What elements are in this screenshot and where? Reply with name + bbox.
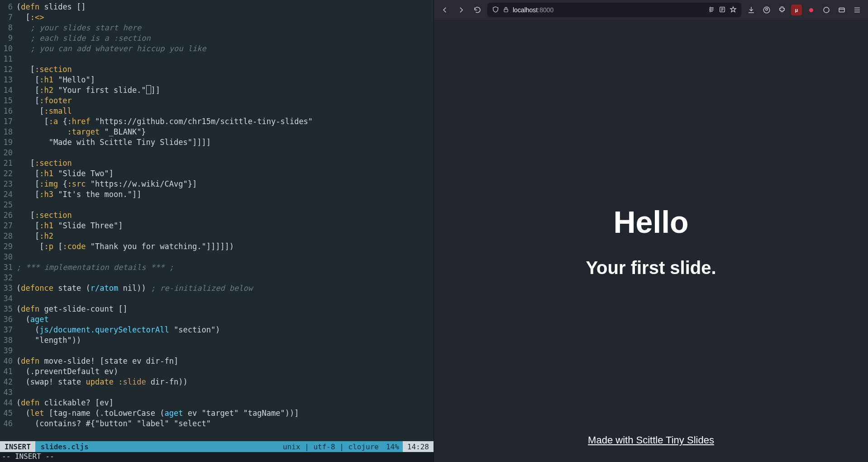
code-line[interactable]: 37 (js/document.querySelectorAll "sectio… bbox=[0, 325, 434, 335]
code-line[interactable]: 41 (.preventDefault ev) bbox=[0, 366, 434, 377]
code-text[interactable]: [:h1 "Slide Two"] bbox=[16, 168, 434, 179]
addon-circle-icon[interactable] bbox=[820, 4, 833, 16]
code-line[interactable]: 43 bbox=[0, 387, 434, 398]
url-bar[interactable]: localhost:8000 bbox=[487, 3, 741, 17]
code-text[interactable] bbox=[16, 273, 434, 283]
code-line[interactable]: 18 :target "_BLANK"} bbox=[0, 127, 434, 137]
code-line[interactable]: 42 (swap! state update :slide dir-fn)) bbox=[0, 377, 434, 387]
code-line[interactable]: 7 [:<> bbox=[0, 12, 434, 23]
code-text[interactable]: (defn clickable? [ev] bbox=[16, 398, 434, 408]
page-actions-icon[interactable] bbox=[719, 6, 726, 14]
code-line[interactable]: 33(defonce state (r/atom nil)) ; re-init… bbox=[0, 283, 434, 294]
code-text[interactable]: (js/document.querySelectorAll "section") bbox=[16, 325, 434, 335]
code-line[interactable]: 38 "length")) bbox=[0, 335, 434, 346]
code-line[interactable]: 44(defn clickable? [ev] bbox=[0, 398, 434, 408]
code-line[interactable]: 35(defn get-slide-count [] bbox=[0, 304, 434, 314]
code-line[interactable]: 9 ; each slide is a :section bbox=[0, 33, 434, 43]
code-text[interactable]: [:footer bbox=[16, 96, 434, 106]
container-icon[interactable] bbox=[835, 4, 848, 16]
code-line[interactable]: 17 [:a {:href "https://github.com/chr15m… bbox=[0, 116, 434, 127]
code-text[interactable]: (defn get-slide-count [] bbox=[16, 304, 434, 314]
code-text[interactable] bbox=[16, 387, 434, 398]
code-line[interactable]: 28 [:h2 bbox=[0, 231, 434, 241]
code-area[interactable]: 6(defn slides []7 [:<>8 ; your slides st… bbox=[0, 0, 434, 441]
code-text[interactable]: [:h1 "Slide Three"] bbox=[16, 221, 434, 231]
code-text[interactable]: (contains? #{"button" "label" "select" bbox=[16, 419, 434, 429]
code-line[interactable]: 24 [:h3 "It's the moon."]] bbox=[0, 189, 434, 200]
code-text[interactable] bbox=[16, 200, 434, 210]
code-line[interactable]: 45 (let [tag-name (.toLowerCase (aget ev… bbox=[0, 408, 434, 419]
back-icon[interactable] bbox=[439, 4, 451, 16]
code-line[interactable]: 23 [:img {:src "https://w.wiki/CAvg"}] bbox=[0, 179, 434, 189]
code-line[interactable]: 12 [:section bbox=[0, 64, 434, 75]
account-icon[interactable] bbox=[760, 4, 773, 16]
code-text[interactable]: (swap! state update :slide dir-fn)) bbox=[16, 377, 434, 387]
code-text[interactable] bbox=[16, 148, 434, 158]
code-text[interactable]: (let [tag-name (.toLowerCase (aget ev "t… bbox=[16, 408, 434, 419]
code-text[interactable]: [:small bbox=[16, 106, 434, 116]
code-line[interactable]: 31; *** implementation details *** ; bbox=[0, 262, 434, 273]
code-text[interactable]: (defn slides [] bbox=[16, 2, 434, 12]
code-text[interactable]: (aget bbox=[16, 314, 434, 325]
code-text[interactable]: [:a {:href "https://github.com/chr15m/sc… bbox=[16, 116, 434, 127]
code-line[interactable]: 20 bbox=[0, 148, 434, 158]
forward-icon[interactable] bbox=[455, 4, 467, 16]
code-line[interactable]: 46 (contains? #{"button" "label" "select… bbox=[0, 419, 434, 429]
code-line[interactable]: 30 bbox=[0, 252, 434, 262]
code-line[interactable]: 10 ; you can add whatever hiccup you lik… bbox=[0, 43, 434, 54]
code-line[interactable]: 36 (aget bbox=[0, 314, 434, 325]
code-text[interactable] bbox=[16, 346, 434, 356]
code-line[interactable]: 6(defn slides [] bbox=[0, 2, 434, 12]
code-line[interactable]: 22 [:h1 "Slide Two"] bbox=[0, 168, 434, 179]
reader-mode-icon[interactable] bbox=[708, 6, 715, 14]
code-line[interactable]: 32 bbox=[0, 273, 434, 283]
code-text[interactable]: ; *** implementation details *** ; bbox=[16, 262, 434, 273]
bookmark-icon[interactable] bbox=[730, 6, 737, 14]
code-text[interactable]: ; each slide is a :section bbox=[16, 33, 434, 43]
code-text[interactable]: ; your slides start here bbox=[16, 23, 434, 33]
code-text[interactable] bbox=[16, 54, 434, 64]
code-line[interactable]: 27 [:h1 "Slide Three"] bbox=[0, 221, 434, 231]
code-text[interactable]: [:<> bbox=[16, 12, 434, 23]
code-text[interactable]: [:h1 "Hello"] bbox=[16, 75, 434, 85]
slide-viewport[interactable]: Hello Your first slide. Made with Scittl… bbox=[434, 20, 868, 462]
code-text[interactable]: [:section bbox=[16, 64, 434, 75]
code-text[interactable]: (defn move-slide! [state ev dir-fn] bbox=[16, 356, 434, 366]
code-line[interactable]: 25 bbox=[0, 200, 434, 210]
code-line[interactable]: 40(defn move-slide! [state ev dir-fn] bbox=[0, 356, 434, 366]
code-text[interactable]: [:h2 bbox=[16, 231, 434, 241]
code-text[interactable]: "Made with Scittle Tiny Slides"]]]] bbox=[16, 137, 434, 148]
ublock-icon[interactable]: µ bbox=[791, 5, 802, 15]
code-line[interactable]: 16 [:small bbox=[0, 106, 434, 116]
menu-icon[interactable] bbox=[851, 4, 863, 16]
code-text[interactable]: [:p [:code "Thank you for watching."]]]]… bbox=[16, 241, 434, 252]
code-text[interactable] bbox=[16, 252, 434, 262]
code-line[interactable]: 34 bbox=[0, 294, 434, 304]
code-text[interactable]: ; you can add whatever hiccup you like bbox=[16, 43, 434, 54]
code-text[interactable]: [:section bbox=[16, 158, 434, 168]
code-text[interactable]: :target "_BLANK"} bbox=[16, 127, 434, 137]
code-line[interactable]: 13 [:h1 "Hello"] bbox=[0, 75, 434, 85]
code-line[interactable]: 29 [:p [:code "Thank you for watching."]… bbox=[0, 241, 434, 252]
code-line[interactable]: 11 bbox=[0, 54, 434, 64]
code-text[interactable] bbox=[16, 294, 434, 304]
code-text[interactable]: [:h2 "Your first slide."]] bbox=[16, 85, 434, 96]
line-number: 30 bbox=[0, 252, 16, 262]
download-icon[interactable] bbox=[745, 4, 758, 16]
reload-icon[interactable] bbox=[471, 4, 484, 16]
code-text[interactable]: [:h3 "It's the moon."]] bbox=[16, 189, 434, 200]
code-line[interactable]: 39 bbox=[0, 346, 434, 356]
code-line[interactable]: 26 [:section bbox=[0, 210, 434, 221]
code-text[interactable]: (defonce state (r/atom nil)) ; re-initia… bbox=[16, 283, 434, 294]
code-text[interactable]: [:section bbox=[16, 210, 434, 221]
code-text[interactable]: [:img {:src "https://w.wiki/CAvg"}] bbox=[16, 179, 434, 189]
code-line[interactable]: 14 [:h2 "Your first slide."]] bbox=[0, 85, 434, 96]
code-line[interactable]: 8 ; your slides start here bbox=[0, 23, 434, 33]
code-text[interactable]: "length")) bbox=[16, 335, 434, 346]
extensions-icon[interactable] bbox=[776, 4, 788, 16]
code-line[interactable]: 15 [:footer bbox=[0, 96, 434, 106]
code-line[interactable]: 19 "Made with Scittle Tiny Slides"]]]] bbox=[0, 137, 434, 148]
slide-footer-link[interactable]: Made with Scittle Tiny Slides bbox=[588, 434, 714, 446]
code-line[interactable]: 21 [:section bbox=[0, 158, 434, 168]
code-text[interactable]: (.preventDefault ev) bbox=[16, 366, 434, 377]
